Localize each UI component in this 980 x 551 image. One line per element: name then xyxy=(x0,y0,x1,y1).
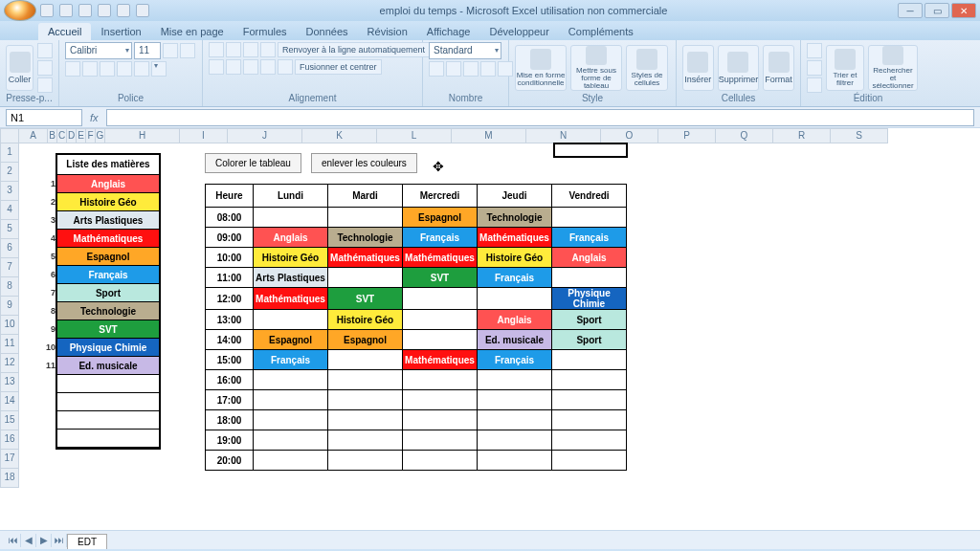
row-header-8[interactable]: 8 xyxy=(0,277,19,297)
name-box[interactable]: N1 xyxy=(6,109,82,126)
subject-svt[interactable]: SVT9 xyxy=(57,320,159,339)
align-center-icon[interactable] xyxy=(226,59,241,75)
merge-center-button[interactable]: Fusionner et centrer xyxy=(295,59,382,75)
italic-icon[interactable] xyxy=(82,61,98,77)
timetable-cell[interactable] xyxy=(403,370,478,390)
timetable-cell[interactable]: Espagnol xyxy=(254,330,328,350)
tab-développeur[interactable]: Développeur xyxy=(479,23,558,40)
timetable-cell[interactable] xyxy=(403,451,478,471)
timetable-cell[interactable]: Français xyxy=(552,228,627,248)
subject-anglais[interactable]: Anglais1 xyxy=(57,175,159,193)
qat-redo-icon[interactable] xyxy=(78,4,92,17)
timetable-cell[interactable] xyxy=(552,208,627,228)
tab-révision[interactable]: Révision xyxy=(358,23,417,40)
qat-save-icon[interactable] xyxy=(40,4,54,17)
col-header-N[interactable]: N xyxy=(526,128,601,143)
timetable-cell[interactable]: Anglais xyxy=(552,248,627,268)
row-headers[interactable]: 123456789101112131415161718 xyxy=(0,143,19,488)
office-button[interactable] xyxy=(4,0,36,21)
font-size-combo[interactable]: 11 xyxy=(134,42,161,59)
col-header-D[interactable]: D xyxy=(67,128,77,143)
row-header-4[interactable]: 4 xyxy=(0,201,19,220)
fill-color-icon[interactable] xyxy=(134,61,149,77)
timetable-cell[interactable] xyxy=(403,410,478,430)
tab-mise-en-page[interactable]: Mise en page xyxy=(151,23,234,40)
col-header-F[interactable]: F xyxy=(86,128,96,143)
timetable-cell[interactable] xyxy=(552,410,627,430)
timetable-cell[interactable] xyxy=(478,288,552,310)
col-header-M[interactable]: M xyxy=(452,128,526,143)
timetable-cell[interactable] xyxy=(478,430,552,451)
timetable-cell[interactable]: Histoire Géo xyxy=(478,248,552,268)
timetable-cell[interactable] xyxy=(403,330,478,350)
timetable-cell[interactable] xyxy=(328,350,403,370)
grow-font-icon[interactable] xyxy=(163,43,178,58)
align-middle-icon[interactable] xyxy=(226,42,241,57)
row-header-5[interactable]: 5 xyxy=(0,220,19,239)
minimize-button[interactable]: ─ xyxy=(898,3,923,18)
subject-histoire-géo[interactable]: Histoire Géo2 xyxy=(57,193,159,211)
sheet-tab-edt[interactable]: EDT xyxy=(67,534,107,549)
timetable-cell[interactable]: Anglais xyxy=(254,228,328,248)
timetable-cell[interactable]: Espagnol xyxy=(328,330,403,350)
copy-icon[interactable] xyxy=(37,60,53,76)
timetable-cell[interactable] xyxy=(478,390,552,410)
shrink-font-icon[interactable] xyxy=(180,43,195,58)
cut-icon[interactable] xyxy=(37,43,53,58)
maximize-button[interactable]: ▭ xyxy=(924,3,949,18)
col-header-O[interactable]: O xyxy=(601,128,658,143)
column-headers[interactable]: ABCDEFGHIJKLMNOPQRS xyxy=(19,128,888,143)
clear-colors-button[interactable]: enlever les couleurs xyxy=(311,153,417,173)
select-all-corner[interactable] xyxy=(0,128,19,143)
format-cells-button[interactable]: Format xyxy=(763,45,794,91)
timetable-cell[interactable]: Technologie xyxy=(478,208,552,228)
subject-arts-plastiques[interactable]: Arts Plastiques3 xyxy=(57,211,159,230)
col-header-P[interactable]: P xyxy=(658,128,716,143)
col-header-R[interactable]: R xyxy=(773,128,831,143)
percent-icon[interactable] xyxy=(446,61,461,77)
timetable-cell[interactable]: Ed. musicale xyxy=(478,330,552,350)
timetable-cell[interactable]: Français xyxy=(403,228,478,248)
qat-undo-icon[interactable] xyxy=(59,4,73,17)
row-header-17[interactable]: 17 xyxy=(0,450,19,469)
timetable-cell[interactable]: Histoire Géo xyxy=(254,248,328,268)
timetable-cell[interactable]: SVT xyxy=(328,288,403,310)
formula-input[interactable] xyxy=(106,109,974,126)
comma-icon[interactable] xyxy=(463,61,479,77)
timetable-cell[interactable] xyxy=(478,410,552,430)
row-header-9[interactable]: 9 xyxy=(0,297,19,316)
subject-technologie[interactable]: Technologie8 xyxy=(57,302,159,320)
timetable-cell[interactable] xyxy=(552,370,627,390)
tab-compléments[interactable]: Compléments xyxy=(559,23,643,40)
row-header-14[interactable]: 14 xyxy=(0,392,19,411)
tab-nav-last-icon[interactable]: ⏭ xyxy=(52,534,67,547)
wrap-text-button[interactable]: Renvoyer à la ligne automatiquement xyxy=(278,42,430,57)
timetable-cell[interactable]: Histoire Géo xyxy=(328,310,403,330)
currency-icon[interactable] xyxy=(429,61,444,77)
timetable-cell[interactable]: Mathématiques xyxy=(403,248,478,268)
row-header-16[interactable]: 16 xyxy=(0,430,19,450)
number-format-combo[interactable]: Standard xyxy=(429,42,501,59)
row-header-12[interactable]: 12 xyxy=(0,354,19,373)
col-header-H[interactable]: H xyxy=(105,128,180,143)
timetable-cell[interactable]: Mathématiques xyxy=(328,248,403,268)
timetable-cell[interactable] xyxy=(328,268,403,288)
timetable-cell[interactable]: Mathématiques xyxy=(254,288,328,310)
active-cell[interactable] xyxy=(553,143,628,158)
timetable-cell[interactable] xyxy=(552,350,627,370)
timetable-cell[interactable] xyxy=(328,208,403,228)
tab-nav-prev-icon[interactable]: ◀ xyxy=(21,534,36,547)
worksheet[interactable]: ABCDEFGHIJKLMNOPQRS 12345678910111213141… xyxy=(0,128,980,530)
col-header-C[interactable]: C xyxy=(57,128,67,143)
col-header-J[interactable]: J xyxy=(228,128,302,143)
tab-affichage[interactable]: Affichage xyxy=(417,23,480,40)
timetable-cell[interactable] xyxy=(254,370,328,390)
subject-espagnol[interactable]: Espagnol5 xyxy=(57,248,159,266)
tab-accueil[interactable]: Accueil xyxy=(38,23,91,40)
row-header-15[interactable]: 15 xyxy=(0,411,19,430)
timetable-cell[interactable]: Français xyxy=(478,350,552,370)
clear-icon[interactable] xyxy=(807,77,822,93)
col-header-L[interactable]: L xyxy=(377,128,452,143)
inc-decimal-icon[interactable] xyxy=(480,61,496,77)
color-table-button[interactable]: Colorer le tableau xyxy=(205,153,301,173)
